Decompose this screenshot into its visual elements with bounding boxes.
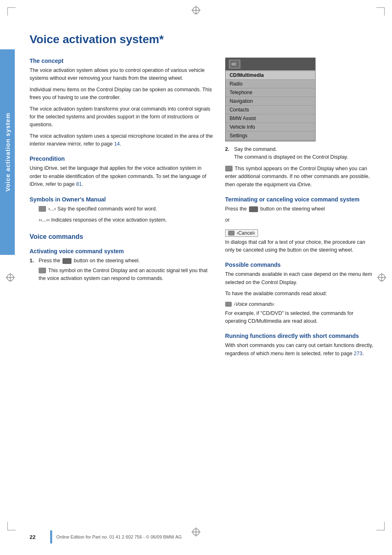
two-column-layout: The concept The voice activation system …	[30, 58, 376, 361]
cancel-box: ›Cancel‹	[225, 229, 258, 237]
page-title: Voice activation system*	[30, 33, 376, 46]
menu-screenshot: CD/Multimedia Radio Telephone Navigation…	[225, 58, 316, 141]
terminating-or: or	[225, 216, 376, 224]
page-number: 22	[30, 534, 50, 540]
mic-symbol-4	[228, 231, 235, 236]
footer-divider	[50, 530, 52, 543]
symbol-item-2: ››...‹‹ Indicates responses of the voice…	[39, 216, 214, 224]
step2-list: 2. Say the command. The command is displ…	[225, 146, 376, 162]
steps-list: 1. Press the button on the steering whee…	[30, 257, 214, 282]
voice-commands-heading: Voice commands	[30, 233, 214, 240]
concept-para-4: The voice activation system uses a speci…	[30, 132, 214, 148]
symbols-heading: Symbols in Owner's Manual	[30, 196, 214, 203]
mic-symbol-2	[39, 268, 46, 273]
symbol-note: This symbol appears on the Control Displ…	[225, 165, 376, 189]
mic-symbol-3	[225, 166, 233, 171]
left-column: The concept The voice activation system …	[30, 58, 214, 361]
menu-item-2: Telephone	[226, 88, 315, 97]
menu-item-5: BMW Assist	[226, 114, 315, 123]
menu-item-6: Vehicle Info	[226, 123, 315, 132]
menu-item-4: Contacts	[226, 106, 315, 114]
possible-commands-text-3: For example, if "CD/DVD" is selected, th…	[225, 310, 376, 326]
menu-items-list: CD/Multimedia Radio Telephone Navigation…	[226, 70, 315, 141]
symbols-block: ›...‹ Say the specified commands word fo…	[30, 205, 214, 224]
steering-btn-icon	[62, 258, 71, 264]
precondition-heading: Precondition	[30, 155, 214, 162]
footer-text: Online Edition for Part no. 01 41 2 602 …	[56, 534, 182, 539]
concept-para-2: Individual menu items on the Control Dis…	[30, 86, 214, 102]
voice-commands-inline: ›Voice commands‹	[225, 301, 275, 307]
page-footer: 22 Online Edition for Part no. 01 41 2 6…	[30, 530, 376, 543]
menu-header	[226, 58, 315, 70]
corner-mark-bl	[7, 522, 16, 530]
corner-mark-tr	[376, 7, 385, 16]
terminating-heading: Terminating or canceling voice command s…	[225, 196, 376, 203]
svg-point-13	[231, 63, 233, 65]
corner-mark-br	[376, 522, 385, 530]
step-2: 2. Say the command. The command is displ…	[225, 146, 376, 162]
page-81-link[interactable]: 81	[76, 181, 82, 187]
symbol-item-1: ›...‹ Say the specified commands word fo…	[39, 205, 214, 213]
menu-item-3: Navigation	[226, 97, 315, 106]
terminating-text-3: In dialogs that call for a text of your …	[225, 238, 376, 254]
menu-item-1: Radio	[226, 80, 315, 88]
running-text: With short commands you can carry out ce…	[225, 342, 376, 358]
main-content: Voice activation system* The concept The…	[30, 0, 376, 377]
concept-heading: The concept	[30, 58, 214, 64]
right-column: CD/Multimedia Radio Telephone Navigation…	[225, 58, 376, 361]
concept-para-3: The voice activation system transforms y…	[30, 105, 214, 129]
concept-para-1: The voice activation system allows you t…	[30, 67, 214, 83]
top-center-crosshair	[191, 6, 201, 15]
menu-item-0: CD/Multimedia	[226, 71, 315, 80]
possible-commands-heading: Possible commands	[225, 261, 376, 268]
page-14-link[interactable]: 14	[114, 141, 120, 147]
mic-symbol-5	[225, 302, 232, 307]
possible-commands-text-2: To have the available commands read alou…	[225, 290, 376, 298]
sidebar-label: Voice activation system	[0, 49, 15, 255]
corner-mark-tl	[7, 7, 16, 16]
terminating-text-1: Press the button on the steering wheel	[225, 205, 376, 213]
menu-item-7: Settings	[226, 132, 315, 140]
left-center-crosshair	[6, 273, 15, 282]
possible-commands-text-1: The commands available in each case depe…	[225, 271, 376, 287]
step-1: 1. Press the button on the steering whee…	[30, 257, 214, 282]
precondition-text: Using iDrive, set the language that appl…	[30, 164, 214, 188]
menu-icon	[229, 60, 240, 69]
mic-symbol-1	[39, 206, 46, 212]
running-heading: Running functions directly with short co…	[225, 333, 376, 339]
steering-btn-icon-2	[249, 206, 258, 212]
activating-heading: Activating voice command system	[30, 248, 214, 254]
right-center-crosshair	[377, 273, 386, 282]
page-273-link[interactable]: 273	[354, 351, 362, 356]
